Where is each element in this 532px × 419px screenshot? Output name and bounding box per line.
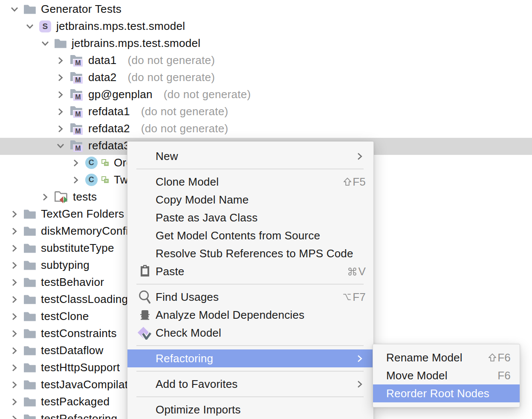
svg-text:M: M [75,76,81,84]
svg-text:M: M [75,145,81,152]
svg-text:M: M [75,93,81,101]
svg-text:M: M [75,111,81,118]
svg-text:M: M [75,128,81,135]
svg-text:M: M [75,59,81,67]
